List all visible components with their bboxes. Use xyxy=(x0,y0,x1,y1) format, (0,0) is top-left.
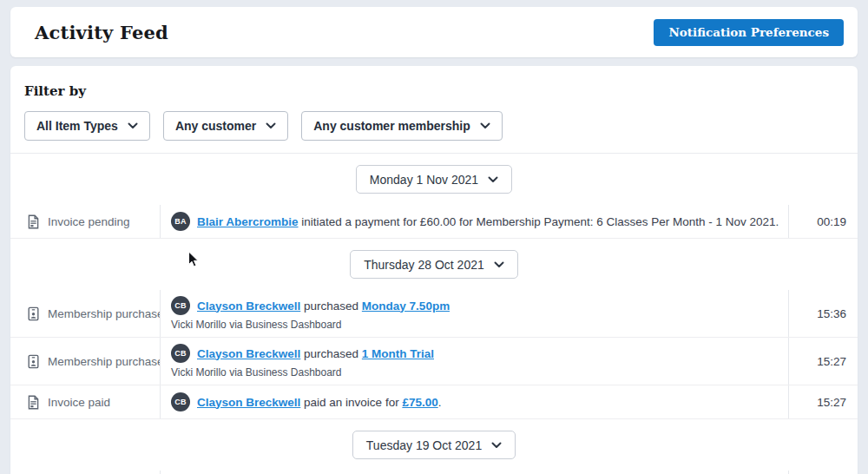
activity-detail: CBClayson Breckwell purchased 1 Month Tr… xyxy=(161,338,788,385)
filter-dropdown-label: All Item Types xyxy=(36,119,118,133)
activity-time: 15:27 xyxy=(788,338,858,385)
activity-type-label: Invoice paid xyxy=(48,396,110,409)
filter-dropdown-label: Any customer xyxy=(175,119,256,133)
chevron-down-icon xyxy=(488,176,498,183)
activity-detail: CBClayson Breckwell purchased Monday 7.5… xyxy=(161,290,788,337)
activity-link[interactable]: Blair Abercrombie xyxy=(197,215,299,228)
activity-type-label: Membership purchased xyxy=(48,355,160,368)
activity-type: Invoice paid xyxy=(10,385,161,418)
activity-source: Vicki Morillo via Business Dashboard xyxy=(171,319,779,331)
activity-time: 15:36 xyxy=(788,290,858,337)
activity-time: 15:27 xyxy=(788,385,858,418)
chevron-down-icon xyxy=(491,442,502,449)
activity-link[interactable]: Monday 7.50pm xyxy=(362,300,450,313)
date-label: Monday 1 Nov 2021 xyxy=(370,173,478,187)
activity-time: 00:19 xyxy=(788,205,858,238)
activity-type xyxy=(10,471,161,474)
avatar: BA xyxy=(171,212,190,231)
chevron-down-icon xyxy=(266,122,276,129)
date-dropdown-button[interactable]: Tuesday 19 Oct 2021 xyxy=(352,431,516,459)
date-group-header: Thursday 28 Oct 2021 xyxy=(10,239,858,290)
filter-dropdown-label: Any customer membership xyxy=(313,119,470,133)
activity-row: Membership purchasedCBClayson Breckwell … xyxy=(10,290,858,338)
filter-dropdown-1[interactable]: Any customer xyxy=(163,111,288,141)
membership-icon xyxy=(26,354,41,369)
filter-by-label: Filter by xyxy=(24,83,844,99)
date-group-header: Tuesday 19 Oct 2021 xyxy=(10,419,858,471)
activity-row: Invoice pendingBABlair Abercrombie initi… xyxy=(10,205,858,239)
date-label: Thursday 28 Oct 2021 xyxy=(364,258,484,272)
filter-dropdown-0[interactable]: All Item Types xyxy=(24,111,150,141)
invoice-icon xyxy=(26,395,41,410)
page-title: Activity Feed xyxy=(35,22,168,43)
avatar: CB xyxy=(171,344,190,363)
activity-feed-card: Filter by All Item TypesAny customerAny … xyxy=(10,66,858,474)
partial-activity-row xyxy=(10,471,858,474)
chevron-down-icon xyxy=(128,122,138,129)
date-group-header: Monday 1 Nov 2021 xyxy=(10,154,858,205)
date-dropdown-button[interactable]: Thursday 28 Oct 2021 xyxy=(350,250,518,279)
activity-detail xyxy=(161,471,788,474)
header-bar: Activity Feed Notification Preferences xyxy=(10,7,858,57)
invoice-icon xyxy=(26,214,41,229)
activity-type: Membership purchased xyxy=(10,290,161,337)
filter-row: All Item TypesAny customerAny customer m… xyxy=(24,111,844,141)
activity-feed-list: Monday 1 Nov 2021Invoice pendingBABlair … xyxy=(10,154,858,474)
activity-row: Membership purchasedCBClayson Breckwell … xyxy=(10,338,858,385)
filter-section: Filter by All Item TypesAny customerAny … xyxy=(10,66,858,154)
activity-description: Clayson Breckwell purchased Monday 7.50p… xyxy=(197,300,450,313)
avatar: CB xyxy=(171,392,190,411)
activity-link[interactable]: £75.00 xyxy=(402,396,437,409)
activity-detail: CBClayson Breckwell paid an invoice for … xyxy=(161,385,788,418)
activity-link[interactable]: Clayson Breckwell xyxy=(197,300,300,313)
activity-detail: BABlair Abercrombie initiated a payment … xyxy=(161,205,788,238)
activity-type-label: Invoice pending xyxy=(48,215,130,228)
activity-time xyxy=(788,471,858,474)
chevron-down-icon xyxy=(494,261,504,268)
membership-icon xyxy=(26,306,41,321)
activity-source: Vicki Morillo via Business Dashboard xyxy=(171,366,779,379)
activity-type: Invoice pending xyxy=(10,205,161,238)
activity-description: Clayson Breckwell paid an invoice for £7… xyxy=(197,396,441,409)
filter-dropdown-2[interactable]: Any customer membership xyxy=(301,111,503,141)
notification-preferences-button[interactable]: Notification Preferences xyxy=(654,19,844,46)
activity-row: Invoice paidCBClayson Breckwell paid an … xyxy=(10,385,858,419)
activity-description: Clayson Breckwell purchased 1 Month Tria… xyxy=(197,347,434,360)
avatar: CB xyxy=(171,296,190,315)
activity-type-label: Membership purchased xyxy=(48,307,160,320)
date-label: Tuesday 19 Oct 2021 xyxy=(366,438,482,452)
activity-type: Membership purchased xyxy=(10,338,161,385)
date-dropdown-button[interactable]: Monday 1 Nov 2021 xyxy=(356,165,512,194)
chevron-down-icon xyxy=(480,122,490,129)
activity-description: Blair Abercrombie initiated a payment fo… xyxy=(197,215,779,228)
activity-link[interactable]: 1 Month Trial xyxy=(362,347,434,360)
activity-link[interactable]: Clayson Breckwell xyxy=(197,396,300,409)
activity-link[interactable]: Clayson Breckwell xyxy=(197,347,300,360)
